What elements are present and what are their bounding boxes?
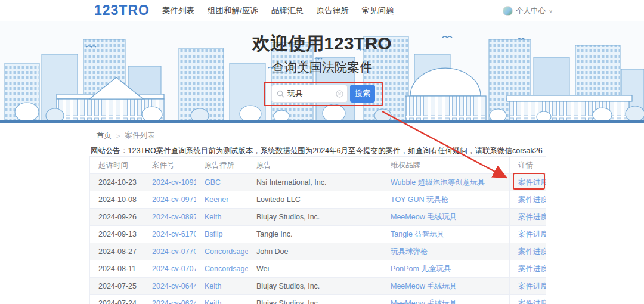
site-logo[interactable]: 123TRO xyxy=(94,2,150,18)
law-firm-link[interactable]: Keith xyxy=(196,209,248,226)
brand-link[interactable]: MeeMeow 毛绒玩具 xyxy=(382,209,509,226)
clear-input-icon[interactable] xyxy=(336,90,343,98)
law-firm-link[interactable]: Keener xyxy=(196,191,248,209)
text-caret xyxy=(304,89,304,98)
site-notice: 网站公告：123TRO案件查询系统目前为测试版本，系统数据范围为2024年6月至… xyxy=(91,146,543,156)
user-avatar[interactable] xyxy=(503,6,513,16)
brand-link[interactable]: MeeMeow 毛绒玩具 xyxy=(382,278,509,295)
law-firm-link[interactable]: Keith xyxy=(196,295,248,304)
case-progress-link[interactable]: 案件进度 xyxy=(509,278,546,295)
cell-filing-date: 2024-08-27 xyxy=(90,243,144,260)
search-icon xyxy=(277,90,284,98)
brand-link[interactable]: MeeMeow 毛绒玩具 xyxy=(382,295,509,304)
col-header-plaintiff: 原告 xyxy=(248,157,382,174)
hero-banner: 欢迎使用123TRO 查询美国法院案件 玩具 搜索 xyxy=(0,21,644,126)
brand-link[interactable]: Wubble 超级泡泡等创意玩具 xyxy=(382,174,509,191)
case-number-link[interactable]: 2024-cv-07707 xyxy=(144,243,196,260)
case-number-link[interactable]: 2024-cv-10914 xyxy=(144,174,196,191)
menu-item-plaintiff-firms[interactable]: 原告律所 xyxy=(317,5,349,16)
breadcrumb-current: 案件列表 xyxy=(125,131,154,141)
cell-filing-date: 2024-10-23 xyxy=(90,174,144,191)
search-input-value: 玩具 xyxy=(287,88,303,99)
table-row: 2024-10-08 2024-cv-09718 Keener Lovitedo… xyxy=(90,191,546,209)
menu-item-case-list[interactable]: 案件列表 xyxy=(162,5,194,16)
breadcrumb-separator: > xyxy=(116,132,120,139)
cases-table: 起诉时间 案件号 原告律所 原告 维权品牌 详情 2024-10-23 2024… xyxy=(89,156,546,304)
cell-plaintiff: Blujay Studios, Inc. xyxy=(248,295,382,304)
case-progress-link[interactable]: 案件进度 xyxy=(509,174,546,191)
breadcrumb-home[interactable]: 首页 xyxy=(97,131,112,141)
search-button[interactable]: 搜索 xyxy=(350,85,375,103)
table-row: 2024-09-26 2024-cv-08974 Keith Blujay St… xyxy=(90,209,546,226)
law-firm-link[interactable]: Concordsage xyxy=(196,260,248,278)
law-firm-link[interactable]: GBC xyxy=(196,174,248,191)
cell-plaintiff: John Doe xyxy=(248,243,382,260)
table-row: 2024-09-13 2024-cv-61700 Bsfllp Tangle I… xyxy=(90,226,546,243)
table-header-row: 起诉时间 案件号 原告律所 原告 维权品牌 详情 xyxy=(90,157,546,174)
case-progress-link[interactable]: 案件进度 xyxy=(509,260,546,278)
case-progress-link[interactable]: 案件进度 xyxy=(509,191,546,209)
hero-subtitle: 查询美国法院案件 xyxy=(0,59,644,76)
cell-plaintiff: Blujay Studios, Inc. xyxy=(248,209,382,226)
col-header-brand: 维权品牌 xyxy=(382,157,509,174)
breadcrumb: 首页 > 案件列表 xyxy=(97,131,154,141)
case-number-link[interactable]: 2024-cv-06246 xyxy=(144,295,196,304)
cell-plaintiff: Lovitedo LLC xyxy=(248,191,382,209)
col-header-case-number: 案件号 xyxy=(144,157,196,174)
user-menu[interactable]: 个人中心 ∨ xyxy=(503,0,553,21)
cell-filing-date: 2024-09-26 xyxy=(90,209,144,226)
page: 123TRO 案件列表 组团和解/应诉 品牌汇总 原告律所 常见问题 个人中心 … xyxy=(0,0,644,304)
menu-item-brands[interactable]: 品牌汇总 xyxy=(271,5,304,16)
case-progress-link[interactable]: 案件进度 xyxy=(509,226,546,243)
cell-plaintiff: Wei xyxy=(248,260,382,278)
brand-link[interactable]: TOY GUN 玩具枪 xyxy=(382,191,509,209)
cell-filing-date: 2024-09-13 xyxy=(90,226,144,243)
col-header-detail: 详情 xyxy=(509,157,546,174)
table-row: 2024-08-27 2024-cv-07707 Concordsage Joh… xyxy=(90,243,546,260)
brand-link[interactable]: PonPom 儿童玩具 xyxy=(382,260,509,278)
table-body: 2024-10-23 2024-cv-10914 GBC Nsi Interna… xyxy=(90,174,546,304)
chevron-down-icon[interactable]: ∨ xyxy=(549,8,553,14)
case-progress-link[interactable]: 案件进度 xyxy=(509,243,546,260)
table-row: 2024-07-25 2024-cv-06440 Keith Blujay St… xyxy=(90,278,546,295)
search-area: 玩具 搜索 xyxy=(271,85,375,103)
main-menu: 案件列表 组团和解/应诉 品牌汇总 原告律所 常见问题 xyxy=(162,0,394,21)
cell-plaintiff: Tangle Inc. xyxy=(248,226,382,243)
table-row: 2024-07-24 2024-cv-06246 Keith Blujay St… xyxy=(90,295,546,304)
table-row: 2024-08-11 2024-cv-07072 Concordsage Wei… xyxy=(90,260,546,278)
menu-item-faq[interactable]: 常见问题 xyxy=(362,5,394,16)
case-number-link[interactable]: 2024-cv-08974 xyxy=(144,209,196,226)
case-number-link[interactable]: 2024-cv-09718 xyxy=(144,191,196,209)
cell-plaintiff: Nsi International, Inc. xyxy=(248,174,382,191)
case-number-link[interactable]: 2024-cv-06440 xyxy=(144,278,196,295)
case-number-link[interactable]: 2024-cv-07072 xyxy=(144,260,196,278)
hero-title: 欢迎使用123TRO xyxy=(0,32,644,56)
cell-filing-date: 2024-10-08 xyxy=(90,191,144,209)
law-firm-link[interactable]: Keith xyxy=(196,278,248,295)
top-navigation: 123TRO 案件列表 组团和解/应诉 品牌汇总 原告律所 常见问题 个人中心 … xyxy=(0,0,644,21)
case-progress-link[interactable]: 案件进度 xyxy=(509,209,546,226)
col-header-law-firm: 原告律所 xyxy=(196,157,248,174)
law-firm-link[interactable]: Concordsage xyxy=(196,243,248,260)
cell-plaintiff: Blujay Studios, Inc. xyxy=(248,278,382,295)
search-input[interactable]: 玩具 xyxy=(271,85,348,103)
table-row: 2024-10-23 2024-cv-10914 GBC Nsi Interna… xyxy=(90,174,546,191)
cell-filing-date: 2024-08-11 xyxy=(90,260,144,278)
col-header-filing-date: 起诉时间 xyxy=(90,157,144,174)
user-menu-label[interactable]: 个人中心 xyxy=(516,6,546,16)
brand-link[interactable]: 玩具球弹枪 xyxy=(382,243,509,260)
law-firm-link[interactable]: Bsfllp xyxy=(196,226,248,243)
case-progress-link[interactable]: 案件进度 xyxy=(509,295,546,304)
brand-link[interactable]: Tangle 益智玩具 xyxy=(382,226,509,243)
cell-filing-date: 2024-07-25 xyxy=(90,278,144,295)
menu-item-settlement[interactable]: 组团和解/应诉 xyxy=(208,5,258,16)
cell-filing-date: 2024-07-24 xyxy=(90,295,144,304)
case-number-link[interactable]: 2024-cv-61700 xyxy=(144,226,196,243)
